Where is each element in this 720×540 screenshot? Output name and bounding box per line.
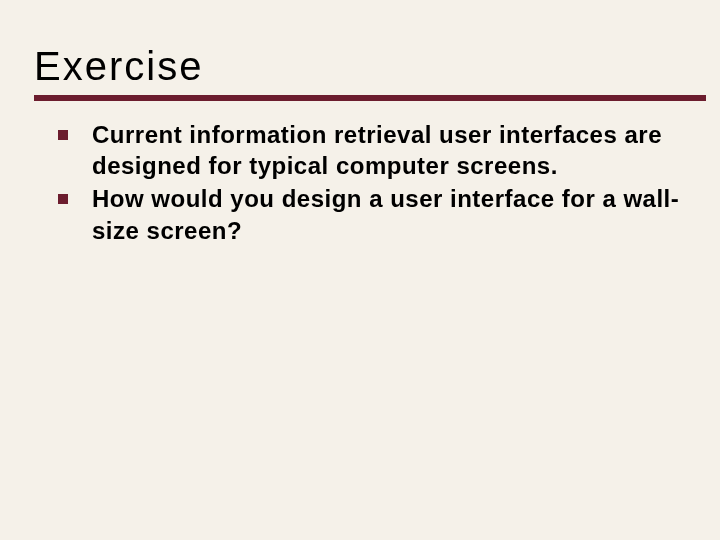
square-bullet-icon: [58, 194, 68, 204]
bullet-text: How would you design a user interface fo…: [92, 183, 680, 245]
slide-title: Exercise: [0, 44, 720, 95]
bullet-text: Current information retrieval user inter…: [92, 119, 680, 181]
slide: Exercise Current information retrieval u…: [0, 0, 720, 540]
list-item: How would you design a user interface fo…: [58, 183, 680, 245]
slide-body: Current information retrieval user inter…: [0, 101, 720, 246]
list-item: Current information retrieval user inter…: [58, 119, 680, 181]
square-bullet-icon: [58, 130, 68, 140]
